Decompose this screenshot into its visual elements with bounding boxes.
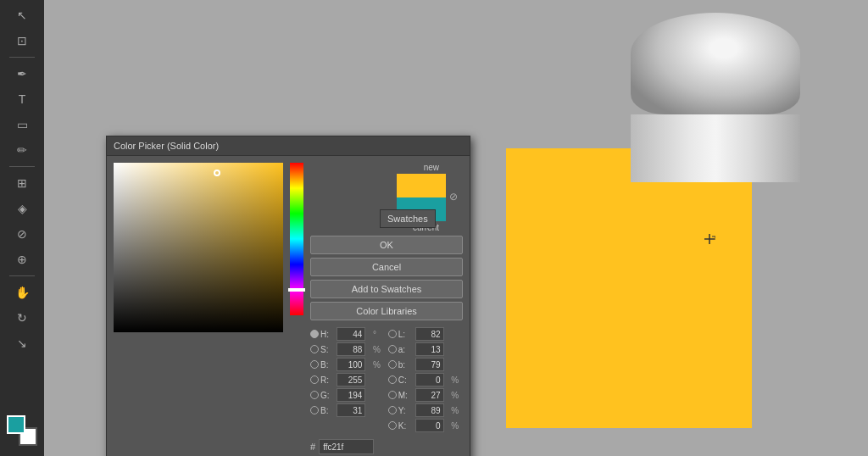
r-field-label: R: <box>320 375 329 385</box>
b3-radio[interactable] <box>310 406 319 414</box>
move-tool-icon[interactable]: ↖ <box>10 3 34 27</box>
k-radio-label[interactable]: K: <box>388 421 412 431</box>
can-body <box>631 114 800 182</box>
y-radio[interactable] <box>388 406 397 414</box>
shape-tool-icon[interactable]: ▭ <box>10 113 34 136</box>
k-field-label: K: <box>398 421 406 431</box>
color-field-container[interactable] <box>114 163 283 332</box>
crop-tool-icon[interactable]: ⊞ <box>10 171 34 195</box>
g-radio-label[interactable]: G: <box>310 391 333 400</box>
m-radio-label[interactable]: M: <box>388 391 412 400</box>
b2-field-label: b: <box>398 360 405 370</box>
b3-radio-label[interactable]: B: <box>310 406 333 415</box>
zoom-tool-icon[interactable]: ⊕ <box>10 247 34 271</box>
h-unit: ° <box>373 330 385 339</box>
s-field-label: S: <box>320 345 328 354</box>
brush-tool-icon[interactable]: ✏ <box>10 138 34 162</box>
dark-gradient <box>114 163 283 332</box>
c-unit: % <box>451 375 463 385</box>
h-radio[interactable] <box>310 330 319 338</box>
rotate-tool-icon[interactable]: ↻ <box>10 306 34 330</box>
m-value-input[interactable] <box>415 388 444 402</box>
color-field[interactable] <box>114 163 283 332</box>
m-unit: % <box>451 391 463 400</box>
fill-tool-icon[interactable]: ◈ <box>10 197 34 220</box>
m-field-label: M: <box>398 391 408 400</box>
r-radio[interactable] <box>310 375 319 384</box>
c-value-input[interactable] <box>415 373 444 386</box>
toolbar-left: ↖ ⊡ ✒ T ▭ ✏ ⊞ ◈ ⊘ ⊕ ✋ ↻ ↘ <box>0 0 44 456</box>
l-radio-label[interactable]: L: <box>388 330 412 339</box>
s-unit: % <box>373 345 385 354</box>
cancel-button[interactable]: Cancel <box>310 258 463 276</box>
l-value-input[interactable] <box>415 327 444 341</box>
b3-field-label: B: <box>320 406 328 415</box>
b-unit: % <box>373 360 385 370</box>
a-value-input[interactable] <box>415 342 444 356</box>
eyedropper-icon[interactable]: ⊘ <box>10 222 34 246</box>
b2-radio[interactable] <box>388 360 397 369</box>
hue-strip[interactable] <box>290 163 303 315</box>
h-field-label: H: <box>320 330 329 339</box>
hex-input[interactable] <box>319 439 374 454</box>
g-value-input[interactable] <box>337 388 365 402</box>
new-label: new <box>310 163 439 172</box>
b2-radio-label[interactable]: b: <box>388 360 412 370</box>
foreground-color-swatch[interactable] <box>7 415 25 434</box>
y-field-label: Y: <box>398 406 406 415</box>
c-field-label: C: <box>398 375 407 385</box>
toolbar-separator-3 <box>9 275 35 276</box>
pen-tool-icon[interactable]: ✒ <box>10 62 34 86</box>
s-value-input[interactable] <box>337 342 365 356</box>
k-value-input[interactable] <box>415 419 444 432</box>
b-value-input[interactable] <box>337 358 365 371</box>
s-radio-label[interactable]: S: <box>310 345 333 354</box>
y-value-input[interactable] <box>415 403 444 417</box>
a-field-label: a: <box>398 345 405 354</box>
y-unit: % <box>451 406 463 415</box>
hand-tool-icon[interactable]: ✋ <box>10 281 34 304</box>
b-field-label: B: <box>320 360 328 370</box>
r-value-input[interactable] <box>337 373 365 386</box>
dialog-buttons: OK Cancel Add to Swatches Color Librarie… <box>310 236 463 320</box>
h-radio-label[interactable]: H: <box>310 330 333 339</box>
selection-tool-icon[interactable]: ↘ <box>10 331 34 355</box>
type-tool-icon[interactable]: T <box>10 87 34 111</box>
b3-value-input[interactable] <box>337 403 365 417</box>
dialog-titlebar: Color Picker (Solid Color) <box>107 136 470 156</box>
artboard-tool-icon[interactable]: ⊡ <box>10 29 34 53</box>
a-radio-label[interactable]: a: <box>388 345 412 354</box>
s-radio[interactable] <box>310 345 319 353</box>
color-libraries-button[interactable]: Color Libraries <box>310 302 463 320</box>
g-field-label: G: <box>320 391 330 400</box>
y-radio-label[interactable]: Y: <box>388 406 412 415</box>
l-field-label: L: <box>398 330 405 339</box>
eyedropper-dialog-icon[interactable]: ⊘ <box>449 191 463 204</box>
toolbar-separator-2 <box>9 166 35 167</box>
c-radio-label[interactable]: C: <box>388 375 412 385</box>
ok-button[interactable]: OK <box>310 236 463 254</box>
g-radio[interactable] <box>310 391 319 399</box>
dialog-title: Color Picker (Solid Color) <box>114 141 463 151</box>
hue-strip-container <box>290 163 303 454</box>
add-to-swatches-button[interactable]: Add to Swatches <box>310 280 463 298</box>
hex-label: # <box>310 442 315 452</box>
swatches-popup: Swatches <box>380 209 436 228</box>
k-unit: % <box>451 421 463 431</box>
b-radio-label[interactable]: B: <box>310 360 333 370</box>
a-radio[interactable] <box>388 345 397 353</box>
color-values: H: ° L: S: % a: <box>310 327 463 432</box>
new-color-preview[interactable] <box>397 174 446 197</box>
can-top <box>631 13 800 114</box>
toolbar-color-swatches[interactable] <box>7 415 37 446</box>
r-radio-label[interactable]: R: <box>310 375 333 385</box>
c-radio[interactable] <box>388 375 397 384</box>
h-value-input[interactable] <box>337 327 365 341</box>
b2-value-input[interactable] <box>415 358 444 371</box>
color-picker-dialog: Color Picker (Solid Color) new <box>106 136 470 456</box>
b-radio[interactable] <box>310 360 319 369</box>
l-radio[interactable] <box>388 330 397 338</box>
swatches-label: Swatches <box>387 214 428 224</box>
m-radio[interactable] <box>388 391 397 399</box>
k-radio[interactable] <box>388 421 397 430</box>
